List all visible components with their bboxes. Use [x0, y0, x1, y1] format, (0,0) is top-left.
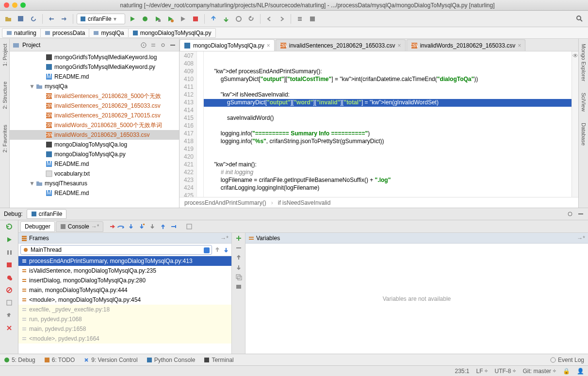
show-exec-icon[interactable] — [109, 223, 116, 230]
undo-icon[interactable] — [46, 14, 57, 24]
tree-item[interactable]: mongoDialogToMysqlQa.py — [10, 149, 179, 159]
attach-icon[interactable] — [178, 14, 188, 24]
lock-icon[interactable]: 🔒 — [563, 368, 570, 375]
show-watches-icon[interactable] — [235, 283, 242, 290]
minimize-window-icon[interactable] — [12, 2, 17, 8]
debugger-tab[interactable]: Debugger — [20, 221, 55, 232]
new-watch-icon[interactable] — [235, 235, 242, 242]
rerun-icon[interactable] — [4, 222, 14, 232]
thread-selector[interactable]: MainThread — [20, 245, 212, 255]
tree-item[interactable]: vocabulary.txt — [10, 169, 179, 179]
stack-frame[interactable]: main, mongoDialogToMysqlQa.py:444 — [18, 285, 231, 295]
tree-item[interactable]: MREADME.md — [10, 72, 179, 82]
hide-icon[interactable] — [169, 42, 176, 49]
close-debug-icon[interactable] — [4, 323, 14, 333]
git-branch[interactable]: Git: master ÷ — [523, 368, 556, 375]
run-icon[interactable] — [127, 14, 138, 24]
step-into-my-icon[interactable] — [138, 223, 148, 230]
tool-todo[interactable]: 6: TODO — [44, 357, 75, 363]
breadcrumb-item[interactable]: mysqlQa — [89, 28, 128, 38]
stack-frame[interactable]: execfile, _pydev_execfile.py:18 — [18, 305, 231, 314]
stop-icon[interactable] — [190, 14, 201, 24]
breadcrumb-item[interactable]: processData — [40, 28, 89, 38]
tree-item[interactable]: MREADME.md — [10, 159, 179, 169]
debug-icon[interactable] — [140, 14, 150, 24]
editor-tab[interactable]: mongoDialogToMysqlQa.py× — [180, 39, 275, 51]
breadcrumb-item[interactable]: mongoDialogToMysqlQa.py — [128, 28, 216, 38]
code-editor[interactable]: "kw">def processEndAndPrintSummary(): gS… — [204, 51, 572, 197]
pin-icon[interactable] — [4, 311, 14, 320]
next-frame-icon[interactable] — [223, 246, 229, 253]
debug-config-tab[interactable]: crifanFile — [27, 209, 67, 219]
call-stack[interactable]: processEndAndPrintSummary, mongoDialogTo… — [18, 256, 231, 354]
save-all-icon[interactable] — [16, 14, 26, 24]
tree-item[interactable]: ▼mysqlQa — [10, 82, 179, 91]
project-tree[interactable]: mongoGridfsToMysqlMediaKeyword.logmongoG… — [10, 51, 179, 208]
encoding[interactable]: UTF-8 ÷ — [494, 368, 516, 375]
force-step-icon[interactable] — [149, 223, 159, 230]
caret-position[interactable]: 235:1 — [455, 368, 470, 375]
tree-item[interactable]: mongoGridfsToMysqlMediaKeyword.log — [10, 52, 179, 62]
mute-breakpoints-icon[interactable] — [4, 285, 14, 295]
redo-icon[interactable] — [59, 14, 69, 24]
tree-item[interactable]: MREADME.md — [10, 188, 179, 198]
step-into-icon[interactable] — [128, 223, 137, 230]
debug-hide-icon[interactable] — [577, 211, 584, 217]
tree-item[interactable]: csvinvalidWords_20180628_5000个无效单词 — [10, 120, 179, 130]
error-stripe[interactable]: 👁 — [572, 51, 578, 197]
profile-icon[interactable] — [165, 14, 176, 24]
watch-up-icon[interactable] — [235, 254, 242, 261]
resume-icon[interactable] — [4, 235, 14, 245]
gear-icon[interactable] — [160, 42, 166, 49]
restore-vars-icon[interactable]: →* — [577, 235, 585, 242]
tool-tab-sciview[interactable]: SciView — [580, 91, 588, 114]
editor-tab[interactable]: csvinvalidWords_20180629_165033.csv× — [407, 39, 526, 51]
tree-item[interactable]: ▼mysqlThesaurus — [10, 179, 179, 188]
sync-icon[interactable] — [28, 14, 39, 24]
step-over-icon[interactable] — [117, 223, 127, 230]
close-tab-icon[interactable]: × — [398, 42, 401, 49]
tool-tab-mongo[interactable]: Mongo Explorer — [580, 42, 588, 83]
locate-icon[interactable] — [140, 42, 147, 49]
stack-frame[interactable]: <module>, pydevd.py:1664 — [18, 334, 231, 343]
watch-down-icon[interactable] — [235, 264, 242, 271]
layout-icon[interactable] — [4, 298, 14, 308]
editor-tab[interactable]: csvinvalidSentences_20180629_165033.csv× — [276, 39, 406, 51]
tool-python-console[interactable]: Python Console — [147, 357, 196, 363]
ide-update-icon[interactable] — [307, 14, 318, 24]
scope-crumb[interactable]: processEndAndPrintSummary() — [184, 199, 266, 206]
tree-item[interactable]: csvinvalidSentences_20180629_165033.csv — [10, 101, 179, 111]
view-breakpoints-icon[interactable] — [4, 273, 14, 282]
inspection-eye-icon[interactable]: 👁 — [572, 52, 578, 59]
hector-icon[interactable]: 👤 — [577, 368, 584, 375]
forward-icon[interactable] — [277, 14, 287, 24]
prev-frame-icon[interactable] — [214, 246, 221, 253]
tool-vcs[interactable]: 9: Version Control — [83, 357, 137, 363]
scope-crumb[interactable]: if isNeedSaveInvalid — [278, 199, 331, 206]
close-tab-icon[interactable]: × — [267, 42, 270, 49]
stack-frame[interactable]: insertDialog, mongoDialogToMysqlQa.py:28… — [18, 276, 231, 285]
coverage-icon[interactable] — [152, 14, 163, 24]
tree-item[interactable]: csvinvalidSentences_20180628_5000个无效 — [10, 91, 179, 101]
stack-frame[interactable]: main, pydevd.py:1658 — [18, 324, 231, 334]
run-to-cursor-icon[interactable] — [170, 223, 180, 230]
vcs-history-icon[interactable] — [233, 14, 244, 24]
search-everywhere-icon[interactable] — [574, 14, 585, 24]
line-separator[interactable]: LF ÷ — [476, 368, 488, 375]
tool-debug[interactable]: 5: Debug — [4, 357, 35, 363]
stack-frame[interactable]: <module>, mongoDialogToMysqlQa.py:454 — [18, 295, 231, 305]
remove-watch-icon[interactable] — [235, 245, 242, 251]
stack-frame[interactable]: run, pydevd.py:1068 — [18, 314, 231, 324]
tree-item[interactable]: csvinvalidWords_20180629_165033.csv — [10, 130, 179, 140]
stop-debug-icon[interactable] — [4, 260, 14, 270]
tree-item[interactable]: mongoDialogToMysqlQa.log — [10, 140, 179, 149]
event-log[interactable]: Event Log — [550, 357, 584, 363]
stack-frame[interactable]: isValidSentence, mongoDialogToMysqlQa.py… — [18, 266, 231, 276]
restore-icon[interactable]: →* — [220, 235, 229, 242]
breadcrumb-item[interactable]: naturling — [2, 28, 41, 38]
vcs-update-icon[interactable] — [208, 14, 219, 24]
pause-icon[interactable] — [4, 247, 14, 257]
debug-gear-icon[interactable] — [567, 211, 573, 217]
tool-tab-favorites[interactable]: 2: Favorites — [1, 122, 9, 155]
open-icon[interactable] — [3, 14, 14, 24]
